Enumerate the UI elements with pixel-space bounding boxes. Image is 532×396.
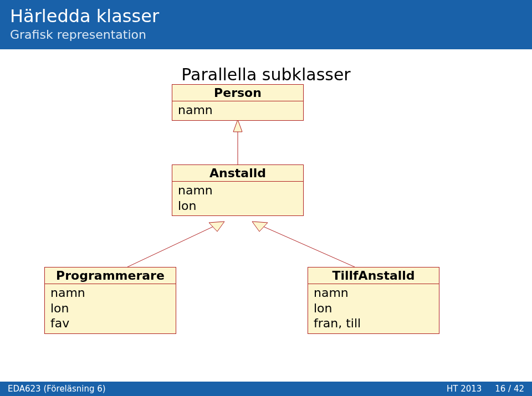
class-programmerare-name: Programmerare — [45, 268, 176, 284]
footer-right: HT 2013 16 / 42 — [447, 384, 524, 394]
footer-term: HT 2013 — [447, 384, 482, 394]
edge-tillfanstalld-to-anstalld — [252, 222, 355, 267]
class-person-members: namn — [172, 101, 303, 120]
class-programmerare: Programmerare namnlonfav — [44, 267, 176, 334]
class-tillfanstalld-members: namnlonfran, till — [308, 284, 439, 333]
section-title: Parallella subklasser — [0, 65, 532, 84]
slide-subtitle: Grafisk representation — [10, 28, 522, 42]
svg-marker-3 — [209, 222, 224, 232]
class-person: Person namn — [172, 84, 304, 121]
edge-programmerare-to-anstalld — [127, 222, 224, 267]
class-anstalld-name: Anstalld — [172, 165, 303, 182]
footer-left: EDA623 (Föreläsning 6) — [8, 384, 447, 394]
slide-header: Härledda klasser Grafisk representation — [0, 0, 532, 49]
diagram-canvas: Person namn Anstalld namnlon Programmera… — [0, 84, 532, 361]
svg-line-2 — [127, 227, 213, 267]
slide-footer: EDA623 (Föreläsning 6) HT 2013 16 / 42 — [0, 382, 532, 396]
footer-page: 16 / 42 — [495, 384, 524, 394]
class-tillfanstalld-name: TillfAnstalld — [308, 268, 439, 284]
class-person-name: Person — [172, 85, 303, 101]
class-tillfanstalld: TillfAnstalld namnlonfran, till — [308, 267, 439, 334]
slide-title: Härledda klasser — [10, 6, 522, 27]
svg-marker-1 — [233, 120, 242, 132]
svg-marker-5 — [252, 222, 268, 232]
class-programmerare-members: namnlonfav — [45, 284, 176, 333]
class-anstalld: Anstalld namnlon — [172, 164, 304, 216]
svg-line-4 — [263, 227, 355, 267]
class-anstalld-members: namnlon — [172, 182, 303, 215]
edge-anstalld-to-person — [233, 120, 242, 164]
